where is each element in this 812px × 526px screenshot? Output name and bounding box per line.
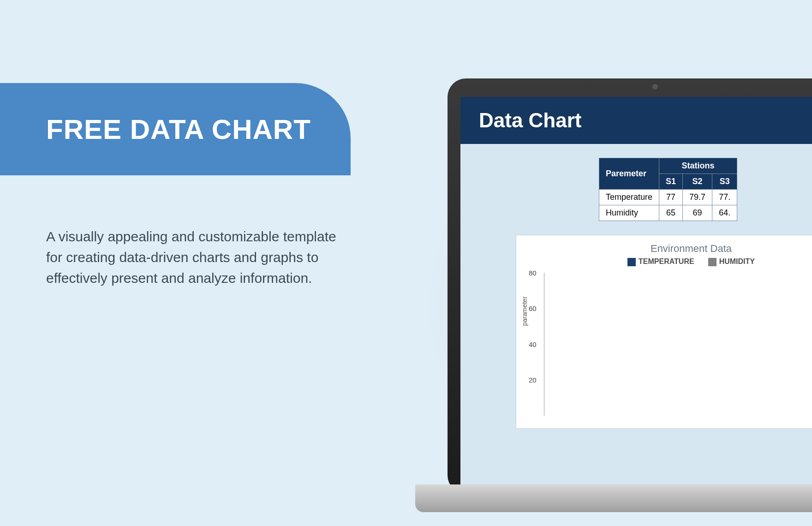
chart-ylabel: parameter (521, 296, 528, 326)
cell: 77. (712, 190, 737, 205)
legend-swatch-icon (708, 258, 716, 266)
app-header: Data Chart (460, 97, 812, 144)
chart-ytick: 20 (529, 376, 537, 384)
row-label: Temperature (599, 190, 659, 205)
laptop-mockup: Data Chart Paremeter Stations S1 S2 S3 T… (448, 78, 812, 494)
hero-description: A visually appealing and customizable te… (46, 226, 337, 288)
chart-ytick: 60 (529, 305, 537, 312)
cell: 69 (683, 205, 712, 221)
chart-ytick: 80 (529, 269, 537, 276)
legend-item-temperature: TEMPERATURE (627, 257, 694, 266)
app-title: Data Chart (479, 109, 812, 132)
table-header-s1: S1 (659, 174, 683, 190)
chart-bars (544, 273, 812, 416)
hero-title: FREE DATA CHART (46, 114, 311, 145)
chart: Environment Data TEMPERATURE HUMIDITY pa… (516, 235, 812, 429)
camera-icon (652, 84, 658, 90)
hero-title-plaque: FREE DATA CHART (0, 83, 351, 175)
data-table: Paremeter Stations S1 S2 S3 Temperature … (599, 158, 737, 221)
laptop-frame: Data Chart Paremeter Stations S1 S2 S3 T… (448, 78, 812, 494)
legend-swatch-icon (627, 258, 636, 266)
cell: 77 (659, 190, 683, 205)
legend-item-humidity: HUMIDITY (708, 257, 755, 266)
table-row: Temperature 77 79.7 77. (599, 190, 737, 205)
cell: 65 (659, 205, 683, 221)
chart-legend: TEMPERATURE HUMIDITY (544, 257, 812, 266)
cell: 79.7 (683, 190, 712, 205)
chart-plot: 20406080 (544, 273, 812, 416)
laptop-screen: Data Chart Paremeter Stations S1 S2 S3 T… (460, 97, 812, 494)
chart-title: Environment Data (544, 243, 812, 255)
laptop-base (415, 484, 812, 512)
row-label: Humidity (599, 205, 659, 221)
cell: 64. (712, 205, 737, 221)
table-header-s2: S2 (683, 174, 712, 190)
table-header-parameter: Paremeter (599, 158, 659, 190)
chart-ytick: 40 (529, 340, 537, 348)
table-header-stations: Stations (659, 158, 737, 174)
table-row: Humidity 65 69 64. (599, 205, 737, 221)
table-header-s3: S3 (712, 174, 737, 190)
